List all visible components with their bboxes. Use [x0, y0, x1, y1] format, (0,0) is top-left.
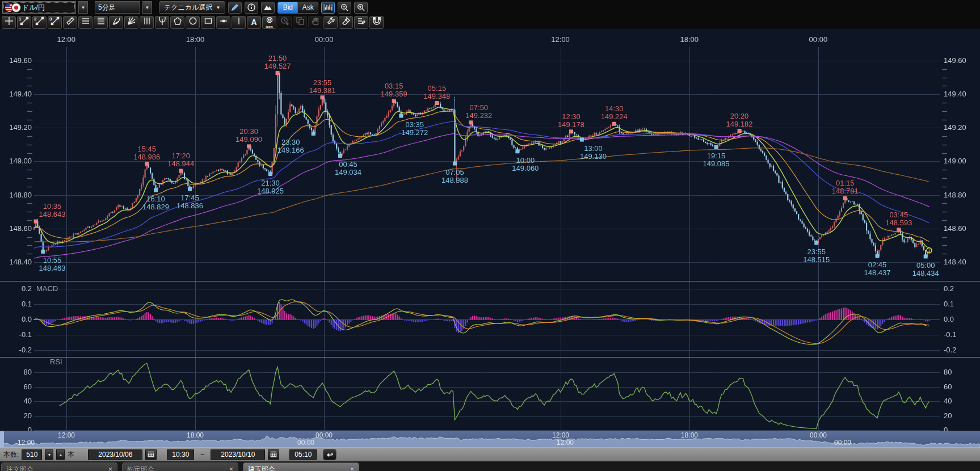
tool-rectangle-button[interactable]	[201, 16, 215, 29]
date-to-input[interactable]: 2023/10/10	[211, 449, 265, 460]
tool-gann-rays-button[interactable]	[124, 16, 138, 29]
tool-ruler-button[interactable]	[63, 16, 77, 29]
eraser-icon	[342, 16, 351, 28]
date-from-calendar-button[interactable]	[145, 449, 157, 460]
timeframe-dropdown-button[interactable]: ▼	[142, 1, 152, 14]
ruler-icon	[66, 16, 75, 28]
pentagon-icon	[173, 16, 182, 28]
navigator-strip[interactable]	[0, 431, 980, 448]
date-from-input[interactable]: 2023/10/06	[88, 449, 142, 460]
gann-rays-icon	[127, 16, 136, 28]
main-toolbar: ドル/円 ▼ 5分足 ▼ テクニカル選択 ▼ Bid Ask	[0, 0, 980, 15]
tool-wrench-button[interactable]	[323, 16, 338, 29]
indicator-window-button[interactable]	[321, 2, 335, 14]
bar-count-label: 本数:	[3, 450, 19, 460]
pan-icon	[311, 16, 320, 28]
text-tool-glyph: A	[251, 18, 256, 27]
fx-chart-app: ドル/円 ▼ 5分足 ▼ テクニカル選択 ▼ Bid Ask 123Aicon …	[0, 0, 980, 471]
timeframe-selector[interactable]: 5分足	[95, 1, 140, 14]
tool-copy-button[interactable]	[293, 16, 307, 29]
range-control-bar: 本数: 510 ▼ ▲ 本 2023/10/06 10:30 ~ 2023/10…	[0, 448, 980, 461]
timeframe-label: 5分足	[98, 3, 137, 12]
calendar-icon	[146, 449, 155, 460]
tool-trendline-2-button[interactable]: 2	[32, 16, 47, 29]
pencil-icon	[230, 3, 239, 12]
tool-pentagon-button[interactable]	[170, 16, 184, 29]
waveform-icon	[323, 3, 333, 12]
currency-pair-selector[interactable]: ドル/円	[2, 1, 76, 14]
bottom-tab-0[interactable]: 注文照会×	[1, 462, 117, 471]
ask-button[interactable]: Ask	[298, 2, 318, 14]
time-to-input[interactable]: 05:10	[289, 449, 317, 460]
tool-pitchfork-button[interactable]	[155, 16, 169, 29]
zoom-in-icon	[356, 3, 365, 12]
bar-count-up-button[interactable]: ▲	[56, 449, 65, 460]
magnet-icon	[372, 16, 381, 28]
tool-fibonacci-fan-button[interactable]	[109, 16, 123, 29]
bar-count-down-button[interactable]: ▼	[45, 449, 53, 460]
tool-horizontal-line-button[interactable]	[216, 16, 230, 29]
chart-style-button[interactable]	[261, 2, 275, 14]
vertical-lines-icon	[142, 16, 152, 28]
time-from-input[interactable]: 10:30	[167, 449, 194, 460]
bottom-tab-1[interactable]: 約定照会×	[122, 462, 238, 471]
technical-select-label: テクニカル選択	[164, 3, 212, 12]
bottom-tab-2[interactable]: 建玉照会×	[243, 462, 359, 471]
tool-crosshair-button[interactable]	[2, 16, 16, 29]
tool-eraser-button[interactable]	[339, 16, 353, 29]
currency-pair-label: ドル/円	[22, 3, 45, 12]
tool-vertical-line-button[interactable]	[232, 16, 246, 29]
price-chart-canvas[interactable]	[0, 30, 980, 431]
crosshair-icon	[5, 16, 14, 28]
chart-area	[0, 30, 980, 448]
tool-history-button[interactable]	[277, 16, 292, 29]
currency-pair-dropdown-button[interactable]: ▼	[78, 1, 88, 14]
drawing-toolbar: 123Aicon	[0, 15, 980, 30]
tool-emoticon-button[interactable]: icon	[262, 16, 276, 29]
history-icon	[280, 16, 289, 28]
bar-count-input[interactable]: 510	[22, 449, 42, 460]
tool-settings-button[interactable]	[354, 16, 368, 29]
parallel-lines-4-icon	[96, 16, 106, 28]
tool-parallel-lines-3-button[interactable]	[78, 16, 92, 29]
zoom-in-button[interactable]	[354, 2, 368, 14]
chevron-down-icon: ▼	[216, 5, 220, 10]
technical-select-button[interactable]: テクニカル選択 ▼	[159, 1, 225, 14]
vertical-line-icon	[234, 16, 243, 28]
tab-close-icon[interactable]: ×	[108, 465, 112, 471]
info-button[interactable]	[245, 2, 258, 14]
reload-range-button[interactable]: ↩	[323, 449, 337, 460]
parallel-lines-3-icon	[81, 16, 90, 28]
tool-ellipse-button[interactable]	[186, 16, 200, 29]
mountain-icon	[263, 3, 272, 12]
tab-close-icon[interactable]: ×	[350, 465, 354, 471]
japan-flag-icon	[12, 3, 20, 12]
copy-icon	[296, 16, 305, 28]
range-separator: ~	[200, 451, 204, 459]
date-to-calendar-button[interactable]	[268, 449, 279, 460]
tool-parallel-lines-4-button[interactable]	[94, 16, 108, 29]
info-icon	[247, 3, 256, 12]
settings-icon	[357, 16, 366, 28]
pitchfork-icon	[158, 16, 167, 28]
tool-vertical-lines-button[interactable]	[140, 16, 154, 29]
zoom-out-icon	[340, 3, 349, 12]
draw-mode-button[interactable]	[228, 2, 242, 14]
tool-trendline-1-button[interactable]: 1	[17, 16, 31, 29]
bid-button[interactable]: Bid	[277, 2, 298, 14]
calendar-icon	[269, 449, 278, 460]
bottom-tab-strip: 注文照会×約定照会×建玉照会×	[0, 461, 980, 471]
tab-close-icon[interactable]: ×	[229, 465, 233, 471]
wrench-icon	[326, 16, 335, 28]
horizontal-line-icon	[219, 16, 228, 28]
fibonacci-fan-icon	[112, 16, 121, 28]
rectangle-icon	[204, 16, 213, 28]
zoom-out-button[interactable]	[338, 2, 351, 14]
tool-text-button[interactable]: A	[247, 16, 261, 29]
tool-pan-button[interactable]	[308, 16, 322, 29]
tool-magnet-button[interactable]	[369, 16, 384, 29]
tool-trendline-3-button[interactable]: 3	[48, 16, 62, 29]
ellipse-icon	[188, 16, 197, 28]
bar-count-unit: 本	[68, 450, 74, 460]
